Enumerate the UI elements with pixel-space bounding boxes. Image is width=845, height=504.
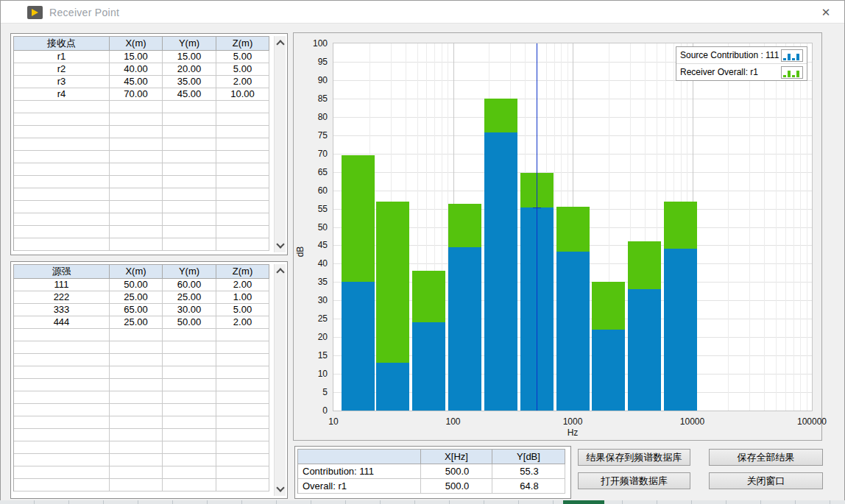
table-cell xyxy=(110,479,163,491)
table-cell[interactable]: 45.00 xyxy=(163,88,216,101)
table-cell[interactable]: 1.00 xyxy=(216,291,269,304)
table-cell xyxy=(163,341,216,354)
table-cell[interactable]: 10.00 xyxy=(216,88,269,101)
table-cell xyxy=(216,416,269,429)
table-cell xyxy=(163,416,216,429)
table-cell[interactable]: r4 xyxy=(14,88,110,101)
table-cell[interactable]: 5.00 xyxy=(216,51,269,63)
close-window-button[interactable]: 关闭窗口 xyxy=(709,472,823,489)
receiver-points-table[interactable]: 接收点X(m)Y(m)Z(m)r115.0015.005.00r240.0020… xyxy=(10,33,288,255)
table-cell[interactable]: 5.00 xyxy=(216,63,269,76)
source-box-scrollbar[interactable] xyxy=(274,264,286,496)
table-cell xyxy=(216,441,269,454)
window-title: Receiver Point xyxy=(49,7,119,18)
table-cell[interactable]: 15.00 xyxy=(163,51,216,63)
empty-table-row xyxy=(14,113,269,126)
table-cell xyxy=(110,454,163,466)
table-row[interactable]: 44425.0050.002.00 xyxy=(14,316,269,329)
table-cell[interactable]: 333 xyxy=(14,304,110,316)
plot-area[interactable] xyxy=(333,43,812,411)
table-cell xyxy=(216,354,269,366)
empty-table-row xyxy=(14,138,269,151)
table-cell[interactable]: 15.00 xyxy=(110,51,163,63)
x-tick-label: 100000 xyxy=(797,416,827,427)
table-cell[interactable]: 40.00 xyxy=(110,63,163,76)
table-row[interactable]: Contribution: 111500.055.3 xyxy=(298,464,565,479)
table-cell[interactable]: Overall: r1 xyxy=(298,479,421,494)
background-window-edge-accent xyxy=(563,500,604,504)
v-gridline-minor xyxy=(554,43,555,411)
table-row[interactable]: 22225.0025.001.00 xyxy=(14,291,269,304)
table-cell[interactable]: 64.8 xyxy=(492,479,565,494)
legend-entry-contribution[interactable]: Source Contribution : 111 xyxy=(676,47,807,63)
table-cell xyxy=(14,379,110,391)
table-row[interactable]: r240.0020.005.00 xyxy=(14,63,269,76)
table-cell xyxy=(163,188,216,201)
empty-table-row xyxy=(14,188,269,201)
table-cell[interactable]: 222 xyxy=(14,291,110,304)
open-spectrum-db-button[interactable]: 打开频谱数据库 xyxy=(578,472,690,489)
table-cell[interactable]: 25.00 xyxy=(163,291,216,304)
table-cell[interactable]: 500.0 xyxy=(421,464,492,479)
column-header: X[Hz] xyxy=(421,450,492,464)
table-cell[interactable]: 70.00 xyxy=(110,88,163,101)
table-cell[interactable]: 50.00 xyxy=(110,279,163,291)
bar-contribution-1000hz xyxy=(556,252,590,411)
table-cell[interactable]: r3 xyxy=(14,76,110,88)
table-cell[interactable]: 20.00 xyxy=(163,63,216,76)
table-cell[interactable]: 65.00 xyxy=(110,304,163,316)
table-cell[interactable]: 111 xyxy=(14,279,110,291)
table-cell xyxy=(14,366,110,379)
x-tick-label: 10 xyxy=(328,416,338,427)
table-cell[interactable]: 60.00 xyxy=(163,279,216,291)
scroll-down-icon[interactable] xyxy=(276,483,284,491)
table-cell[interactable]: 35.00 xyxy=(163,76,216,88)
column-header: Y(m) xyxy=(163,37,216,51)
column-header: 源强 xyxy=(14,265,110,279)
save-all-results-button[interactable]: 保存全部结果 xyxy=(709,449,823,466)
table-cell xyxy=(216,391,269,404)
table-cell[interactable]: 2.00 xyxy=(216,76,269,88)
legend-entry-overall[interactable]: Receiver Overall: r1 xyxy=(676,63,807,80)
table-cell xyxy=(14,416,110,429)
source-strength-table[interactable]: 源强X(m)Y(m)Z(m)11150.0060.002.0022225.002… xyxy=(10,261,288,499)
empty-table-row xyxy=(14,379,269,391)
cursor-line[interactable] xyxy=(537,43,537,411)
scroll-up-icon[interactable] xyxy=(276,268,284,276)
table-row[interactable]: Overall: r1500.064.8 xyxy=(298,479,565,494)
table-cell[interactable]: 55.3 xyxy=(492,464,565,479)
table-cell[interactable]: 50.00 xyxy=(163,316,216,329)
table-cell[interactable]: 25.00 xyxy=(110,316,163,329)
y-tick-label: 95 xyxy=(294,57,328,67)
table-cell xyxy=(14,113,110,126)
cursor-readout-table[interactable]: X[Hz]Y[dB]Contribution: 111500.055.3Over… xyxy=(294,446,571,499)
table-cell[interactable]: r2 xyxy=(14,63,110,76)
table-row[interactable]: r115.0015.005.00 xyxy=(14,51,269,63)
table-cell[interactable]: 500.0 xyxy=(421,479,492,494)
close-icon[interactable]: ✕ xyxy=(818,5,834,20)
v-gridline-minor xyxy=(728,43,729,411)
table-row[interactable]: 11150.0060.002.00 xyxy=(14,279,269,291)
table-cell[interactable]: r1 xyxy=(14,51,110,63)
table-cell[interactable]: 2.00 xyxy=(216,316,269,329)
table-cell[interactable]: 45.00 xyxy=(110,76,163,88)
table-cell[interactable]: 5.00 xyxy=(216,304,269,316)
bar-chart-icon-blue[interactable] xyxy=(781,49,803,62)
table-cell xyxy=(216,429,269,441)
info-box-grid: X[Hz]Y[dB]Contribution: 111500.055.3Over… xyxy=(297,449,565,494)
table-row[interactable]: r470.0045.0010.00 xyxy=(14,88,269,101)
table-row[interactable]: r345.0035.002.00 xyxy=(14,76,269,88)
table-row[interactable]: 33365.0030.005.00 xyxy=(14,304,269,316)
empty-table-row xyxy=(14,441,269,454)
scroll-up-icon[interactable] xyxy=(276,40,284,48)
table-cell[interactable]: 30.00 xyxy=(163,304,216,316)
table-cell[interactable]: 25.00 xyxy=(110,291,163,304)
table-cell[interactable]: 2.00 xyxy=(216,279,269,291)
source-box-header-row: 源强X(m)Y(m)Z(m) xyxy=(14,265,269,279)
table-cell[interactable]: Contribution: 111 xyxy=(298,464,421,479)
receiver-box-scrollbar[interactable] xyxy=(274,36,286,252)
table-cell[interactable]: 444 xyxy=(14,316,110,329)
scroll-down-icon[interactable] xyxy=(276,240,284,248)
bar-chart-icon-green[interactable] xyxy=(781,66,803,79)
save-to-spectrum-db-button[interactable]: 结果保存到频谱数据库 xyxy=(578,449,690,466)
